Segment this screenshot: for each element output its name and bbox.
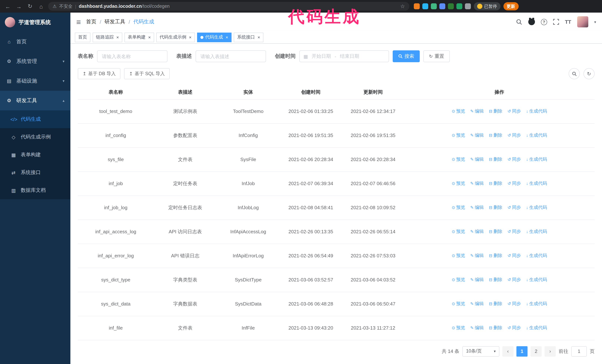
user-avatar[interactable] bbox=[577, 16, 588, 27]
close-tab-icon[interactable]: × bbox=[226, 35, 228, 40]
tab-home[interactable]: 首页 bbox=[75, 32, 90, 42]
preview-link[interactable]: ⊙预览 bbox=[452, 180, 465, 187]
chrome-update-button[interactable]: 更新 bbox=[503, 2, 518, 10]
sidebar-item-infrastructure[interactable]: ▤基础设施▾ bbox=[0, 71, 70, 91]
tab-codegen[interactable]: 代码生成× bbox=[197, 32, 232, 42]
sidebar-subitem-codegen[interactable]: </>代码生成 bbox=[0, 110, 70, 128]
edit-link[interactable]: ✎编辑 bbox=[470, 180, 484, 187]
import-sql-button[interactable]: ↥ 基于 SQL 导入 bbox=[124, 68, 170, 79]
extension-orange-icon[interactable] bbox=[414, 3, 420, 9]
sidebar-subitem-db-doc[interactable]: ▥数据库文档 bbox=[0, 181, 70, 199]
delete-link[interactable]: ⊟删除 bbox=[489, 180, 502, 187]
sync-link[interactable]: ↺同步 bbox=[507, 156, 521, 163]
close-tab-icon[interactable]: × bbox=[258, 35, 260, 40]
edit-link[interactable]: ✎编辑 bbox=[470, 253, 484, 259]
preview-link[interactable]: ⊙预览 bbox=[452, 205, 465, 211]
edit-link[interactable]: ✎编辑 bbox=[470, 205, 484, 211]
edit-link[interactable]: ✎编辑 bbox=[470, 301, 484, 307]
tab-system-api[interactable]: 系统接口× bbox=[234, 32, 263, 42]
home-icon[interactable]: ⌂ bbox=[37, 3, 45, 10]
sidebar-subitem-system-api[interactable]: ⇄系统接口 bbox=[0, 164, 70, 181]
generate-code-link[interactable]: ↓生成代码 bbox=[526, 229, 547, 235]
bookmark-star-icon[interactable]: ☆ bbox=[400, 3, 405, 9]
sync-link[interactable]: ↺同步 bbox=[507, 108, 521, 114]
sync-link[interactable]: ↺同步 bbox=[507, 253, 521, 259]
generate-code-link[interactable]: ↓生成代码 bbox=[526, 180, 547, 187]
next-page-button[interactable]: › bbox=[545, 346, 556, 356]
edit-link[interactable]: ✎编辑 bbox=[470, 108, 484, 114]
sync-link[interactable]: ↺同步 bbox=[507, 132, 521, 139]
delete-link[interactable]: ⊟删除 bbox=[489, 325, 502, 331]
sync-link[interactable]: ↺同步 bbox=[507, 180, 521, 187]
delete-link[interactable]: ⊟删除 bbox=[489, 205, 502, 211]
preview-link[interactable]: ⊙预览 bbox=[452, 229, 465, 235]
delete-link[interactable]: ⊟删除 bbox=[489, 132, 502, 139]
hamburger-icon[interactable]: ≡ bbox=[76, 18, 81, 26]
tab-tracer[interactable]: 链路追踪× bbox=[93, 32, 122, 42]
page-size-select[interactable]: 10条/页 ▾ bbox=[462, 346, 499, 356]
sidebar-item-system-mgmt[interactable]: ⚙系统管理▾ bbox=[0, 52, 70, 71]
app-logo[interactable]: 芋道管理系统 bbox=[0, 13, 70, 32]
preview-link[interactable]: ⊙预览 bbox=[452, 253, 465, 259]
generate-code-link[interactable]: ↓生成代码 bbox=[526, 156, 547, 163]
edit-link[interactable]: ✎编辑 bbox=[470, 229, 484, 235]
delete-link[interactable]: ⊟删除 bbox=[489, 229, 502, 235]
import-db-button[interactable]: ↥ 基于 DB 导入 bbox=[78, 68, 121, 79]
generate-code-link[interactable]: ↓生成代码 bbox=[526, 132, 547, 138]
vue-devtools-icon[interactable] bbox=[431, 3, 437, 9]
delete-link[interactable]: ⊟删除 bbox=[489, 277, 502, 283]
refresh-table-button[interactable]: ↻ bbox=[583, 68, 595, 79]
goto-page-input[interactable] bbox=[571, 346, 587, 356]
extension-leaf-icon[interactable] bbox=[456, 3, 462, 9]
prev-page-button[interactable]: ‹ bbox=[502, 346, 514, 356]
font-size-icon[interactable]: ТT bbox=[565, 19, 571, 25]
close-tab-icon[interactable]: × bbox=[116, 35, 119, 40]
edit-link[interactable]: ✎编辑 bbox=[470, 325, 484, 331]
forward-icon[interactable]: → bbox=[15, 3, 23, 10]
extension-screen-icon[interactable] bbox=[448, 3, 454, 9]
sync-link[interactable]: ↺同步 bbox=[507, 277, 521, 283]
date-range-picker[interactable]: ▦ 开始日期 - 结束日期 bbox=[299, 50, 389, 62]
help-icon[interactable]: ? bbox=[541, 19, 547, 25]
reset-button[interactable]: ↻ 重置 bbox=[423, 50, 450, 62]
page-button-1[interactable]: 1 bbox=[516, 346, 527, 356]
edit-link[interactable]: ✎编辑 bbox=[470, 132, 484, 139]
page-button-2[interactable]: 2 bbox=[530, 346, 542, 356]
table-desc-input[interactable] bbox=[196, 50, 266, 62]
generate-code-link[interactable]: ↓生成代码 bbox=[526, 277, 547, 283]
delete-link[interactable]: ⊟删除 bbox=[489, 156, 502, 163]
table-name-input[interactable] bbox=[97, 50, 167, 62]
sync-link[interactable]: ↺同步 bbox=[507, 205, 521, 211]
github-icon[interactable] bbox=[528, 19, 535, 25]
generate-code-link[interactable]: ↓生成代码 bbox=[526, 108, 547, 114]
address-bar[interactable]: ⚠ 不安全 | dashboard.yudao.iocoder.cn/tool/… bbox=[48, 2, 409, 11]
toggle-search-button[interactable] bbox=[569, 68, 580, 79]
extension-water-drop-icon[interactable] bbox=[422, 3, 428, 9]
extension-people-icon[interactable] bbox=[439, 3, 445, 9]
edit-link[interactable]: ✎编辑 bbox=[470, 277, 484, 283]
breadcrumb-home[interactable]: 首页 bbox=[86, 19, 97, 25]
close-tab-icon[interactable]: × bbox=[189, 35, 192, 40]
avatar-caret-icon[interactable]: ▾ bbox=[594, 20, 596, 24]
generate-code-link[interactable]: ↓生成代码 bbox=[526, 204, 547, 211]
delete-link[interactable]: ⊟删除 bbox=[489, 301, 502, 307]
preview-link[interactable]: ⊙预览 bbox=[452, 277, 465, 283]
fullscreen-icon[interactable] bbox=[553, 19, 559, 25]
edit-link[interactable]: ✎编辑 bbox=[470, 156, 484, 163]
sidebar-item-home[interactable]: ⌂首页 bbox=[0, 32, 70, 52]
sidebar-item-dev-tools[interactable]: ⚙研发工具▴ bbox=[0, 91, 70, 110]
search-button[interactable]: 搜索 bbox=[393, 50, 420, 62]
extensions-puzzle-icon[interactable] bbox=[465, 3, 471, 9]
delete-link[interactable]: ⊟删除 bbox=[489, 253, 502, 259]
profile-paused-badge[interactable]: 已暂停 bbox=[474, 2, 500, 10]
generate-code-link[interactable]: ↓生成代码 bbox=[526, 325, 547, 331]
preview-link[interactable]: ⊙预览 bbox=[452, 156, 465, 163]
tab-codegen-example[interactable]: 代码生成示例× bbox=[156, 32, 195, 42]
tab-form-builder[interactable]: 表单构建× bbox=[124, 32, 154, 42]
search-icon[interactable] bbox=[516, 19, 522, 25]
back-icon[interactable]: ← bbox=[4, 3, 12, 10]
close-tab-icon[interactable]: × bbox=[148, 35, 151, 40]
reload-icon[interactable]: ↻ bbox=[26, 3, 34, 10]
sidebar-subitem-form-builder[interactable]: ▦表单构建 bbox=[0, 146, 70, 164]
preview-link[interactable]: ⊙预览 bbox=[452, 132, 465, 139]
